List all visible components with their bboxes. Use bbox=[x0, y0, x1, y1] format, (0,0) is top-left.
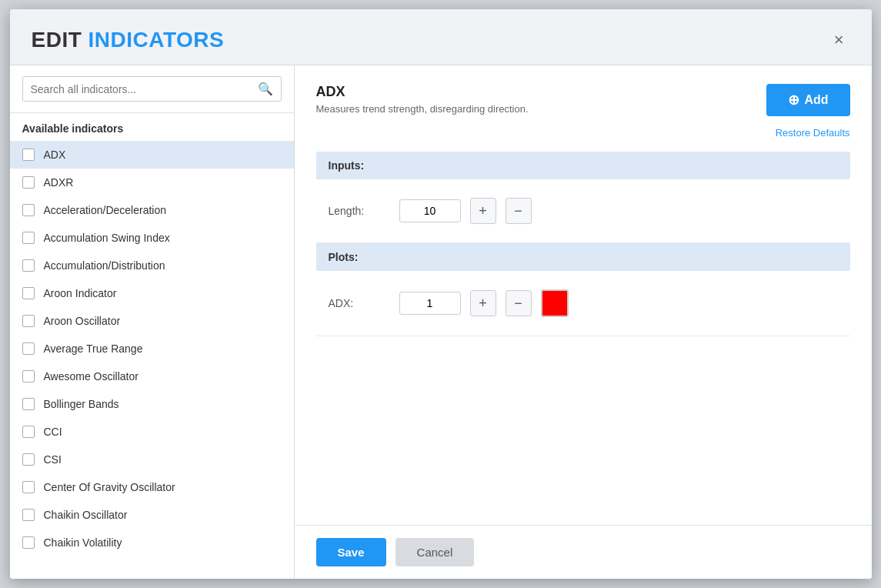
indicator-label: Accumulation Swing Index bbox=[44, 232, 170, 244]
page-title: EDIT INDICATORS bbox=[32, 28, 225, 52]
edit-indicators-modal: EDIT INDICATORS × 🔍 Available indicators… bbox=[10, 9, 872, 579]
checkbox-adx[interactable] bbox=[22, 149, 35, 161]
indicator-label: CCI bbox=[44, 426, 62, 438]
length-decrement-button[interactable]: − bbox=[506, 198, 532, 224]
indicator-label: Average True Range bbox=[44, 342, 143, 355]
checkbox-acceldecel[interactable] bbox=[22, 204, 35, 216]
checkbox-cci[interactable] bbox=[22, 426, 35, 438]
adx-color-swatch[interactable] bbox=[541, 289, 569, 317]
search-container: 🔍 bbox=[10, 65, 294, 113]
indicator-label: Chaikin Oscillator bbox=[44, 509, 128, 521]
adx-field-row: ADX: + − bbox=[316, 283, 850, 323]
save-button[interactable]: Save bbox=[316, 538, 386, 566]
indicator-header: ADX Measures trend strength, disregardin… bbox=[316, 84, 850, 116]
right-panel: ADX Measures trend strength, disregardin… bbox=[295, 65, 872, 579]
inputs-section-header: Inputs: bbox=[316, 152, 850, 179]
indicator-label: Aroon Oscillator bbox=[44, 315, 121, 327]
plots-section-content: ADX: + − bbox=[316, 271, 850, 336]
close-button[interactable]: × bbox=[828, 28, 850, 52]
checkbox-centergravity[interactable] bbox=[22, 481, 35, 493]
search-wrapper: 🔍 bbox=[22, 76, 282, 102]
checkbox-aroon[interactable] bbox=[22, 287, 35, 299]
restore-defaults-link[interactable]: Restore Defaults bbox=[776, 127, 850, 139]
plus-circle-icon: ⊕ bbox=[788, 92, 799, 109]
checkbox-adxr[interactable] bbox=[22, 176, 35, 189]
list-item[interactable]: Awesome Oscillator bbox=[10, 362, 294, 390]
list-item[interactable]: ADXR bbox=[10, 169, 294, 196]
indicator-label: Center Of Gravity Oscillator bbox=[44, 481, 175, 493]
list-item[interactable]: Accumulation Swing Index bbox=[10, 224, 294, 252]
adx-input[interactable] bbox=[399, 292, 461, 315]
indicator-label: Bollinger Bands bbox=[44, 398, 119, 410]
checkbox-accdist[interactable] bbox=[22, 259, 35, 272]
cancel-button[interactable]: Cancel bbox=[395, 538, 475, 566]
list-item[interactable]: ADX bbox=[10, 141, 294, 169]
add-button[interactable]: ⊕ Add bbox=[766, 84, 849, 116]
list-item[interactable]: Center Of Gravity Oscillator bbox=[10, 473, 294, 501]
indicator-label: Acceleration/Deceleration bbox=[44, 204, 167, 216]
checkbox-chaikinvol[interactable] bbox=[22, 536, 35, 549]
length-label: Length: bbox=[329, 205, 390, 217]
modal-body: 🔍 Available indicators ADX ADXR Accelera… bbox=[10, 65, 872, 579]
adx-increment-button[interactable]: + bbox=[470, 290, 496, 316]
checkbox-chaiknosc[interactable] bbox=[22, 509, 35, 521]
checkbox-accswing[interactable] bbox=[22, 232, 35, 244]
search-input[interactable] bbox=[31, 83, 258, 95]
restore-defaults-container: Restore Defaults bbox=[316, 125, 850, 139]
list-item[interactable]: Chaikin Oscillator bbox=[10, 501, 294, 529]
modal-footer: Save Cancel bbox=[295, 525, 872, 579]
selected-indicator-desc: Measures trend strength, disregarding di… bbox=[316, 103, 529, 115]
indicator-label: ADXR bbox=[44, 176, 74, 189]
right-content: ADX Measures trend strength, disregardin… bbox=[295, 65, 872, 525]
indicator-label: Awesome Oscillator bbox=[44, 370, 138, 383]
indicator-info: ADX Measures trend strength, disregardin… bbox=[316, 84, 529, 115]
checkbox-aroonosc[interactable] bbox=[22, 315, 35, 327]
list-item[interactable]: Aroon Oscillator bbox=[10, 307, 294, 335]
inputs-section-content: Length: + − bbox=[316, 179, 850, 243]
length-increment-button[interactable]: + bbox=[470, 198, 496, 224]
indicator-label: Aroon Indicator bbox=[44, 287, 117, 299]
list-item[interactable]: Accumulation/Distribution bbox=[10, 252, 294, 279]
list-item[interactable]: Chaikin Volatility bbox=[10, 529, 294, 556]
search-icon: 🔍 bbox=[258, 82, 273, 96]
plots-section-header: Plots: bbox=[316, 243, 850, 271]
checkbox-awesomeosc[interactable] bbox=[22, 370, 35, 383]
selected-indicator-name: ADX bbox=[316, 84, 529, 100]
indicator-label: ADX bbox=[44, 149, 66, 161]
list-item[interactable]: Aroon Indicator bbox=[10, 279, 294, 307]
adx-label: ADX: bbox=[329, 297, 390, 309]
indicator-label: CSI bbox=[44, 453, 62, 466]
list-item[interactable]: Acceleration/Deceleration bbox=[10, 196, 294, 224]
checkbox-csi[interactable] bbox=[22, 453, 35, 466]
left-panel: 🔍 Available indicators ADX ADXR Accelera… bbox=[10, 65, 295, 579]
indicator-label: Accumulation/Distribution bbox=[44, 259, 165, 272]
list-item[interactable]: Average True Range bbox=[10, 335, 294, 362]
list-item[interactable]: Bollinger Bands bbox=[10, 390, 294, 418]
adx-decrement-button[interactable]: − bbox=[506, 290, 532, 316]
length-input[interactable] bbox=[399, 199, 461, 222]
checkbox-bollinger[interactable] bbox=[22, 398, 35, 410]
available-indicators-label: Available indicators bbox=[10, 113, 294, 141]
indicator-label: Chaikin Volatility bbox=[44, 536, 122, 549]
indicator-list: ADX ADXR Acceleration/Deceleration Accum… bbox=[10, 141, 294, 579]
length-field-row: Length: + − bbox=[316, 192, 850, 230]
list-item[interactable]: CSI bbox=[10, 446, 294, 473]
list-item[interactable]: CCI bbox=[10, 418, 294, 446]
modal-header: EDIT INDICATORS × bbox=[10, 9, 872, 65]
checkbox-atr[interactable] bbox=[22, 342, 35, 355]
